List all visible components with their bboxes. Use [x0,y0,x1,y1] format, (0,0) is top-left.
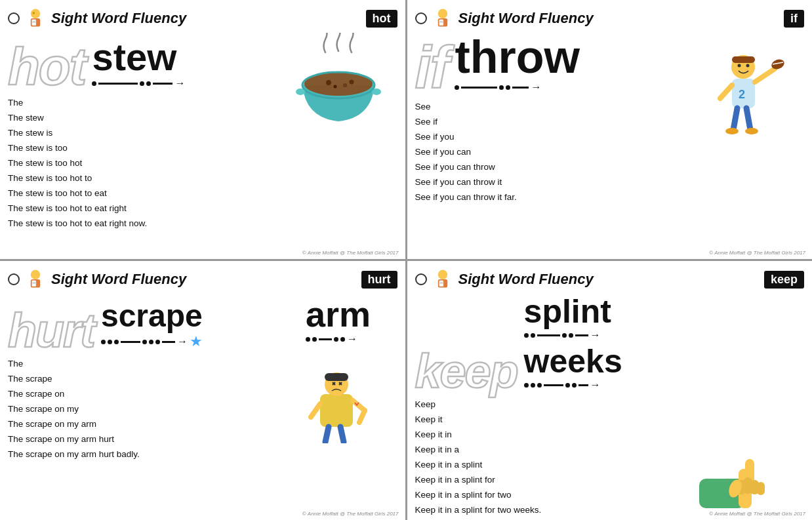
checkbox-hurt[interactable] [8,273,20,285]
card-hurt-content: hurt scrape → ★ [8,294,397,462]
student-icon-if [431,7,455,30]
checkbox-if[interactable] [415,12,427,24]
kpdot3 [562,333,567,338]
adot1 [306,337,310,342]
star-icon: ★ [190,333,203,350]
bold-word-stew: stew [92,35,176,78]
wkline1 [544,384,563,386]
pointing-hand-illustration [693,439,798,518]
card-hot-content: hot stew → The [8,33,397,231]
bold-word-scrape: scrape [101,298,203,333]
card-if-title: Sight Word Fluency [458,10,781,27]
card-if-sentences: See See if See if you See if you can See… [415,100,681,205]
wkline2 [579,384,588,386]
card-hot-words: hot stew → [8,34,274,93]
card-if-words: if throw → [415,34,681,97]
scrape-word-block: scrape → ★ [101,300,203,354]
svg-rect-41 [325,373,348,381]
svg-point-34 [31,270,40,279]
card-keep-sentences: Keep Keep it Keep it in Keep it in a Kee… [415,397,681,518]
throw-word-block: throw → [455,34,580,97]
card-hurt-words: hurt scrape → ★ [8,295,274,354]
outline-word-hurt: hurt [8,307,94,354]
arrow3: → [177,336,188,348]
adot3 [334,337,338,342]
svg-line-49 [325,427,329,442]
svg-line-31 [746,108,750,130]
line1 [98,83,138,85]
sdot5 [149,340,153,344]
wkdot5 [572,383,577,388]
arrow4: → [347,333,357,345]
card-if-left: if throw → See [415,33,681,205]
card-keep: Sight Word Fluency keep keep splint [407,261,813,520]
outline-word-if: if [415,38,449,97]
dot2 [140,81,144,86]
svg-point-15 [437,9,447,18]
sentence-keep-5: Keep it in a splint [415,458,681,473]
card-hurt-badge: hurt [361,271,397,289]
sdot6 [155,340,160,344]
sentence-hurt-6: The scrape on my arm hurt [8,432,274,447]
svg-point-10 [333,85,336,89]
bold-word-weeks: weeks [524,343,622,380]
card-hot-left: hot stew → The [8,33,274,231]
sentence-keep-3: Keep it in [415,428,681,443]
sdot4 [142,340,147,344]
checkbox-keep[interactable] [415,273,427,285]
card-keep-header: Sight Word Fluency keep [415,268,805,291]
wkdot4 [565,383,570,388]
svg-rect-39 [320,394,353,427]
arm-word-block: arm → [306,296,371,349]
sentence-if-5: See if you can throw [415,160,681,175]
stew-dots: → [92,77,185,89]
svg-line-48 [311,404,320,417]
outline-word-keep: keep [415,348,518,395]
stew-bowl-illustration [286,33,391,131]
sentence-hot-5: The stew is too hot [8,156,274,171]
card-if-content: if throw → See [415,33,805,205]
tline1 [461,87,497,89]
bold-word-splint: splint [524,293,611,330]
svg-point-11 [349,80,354,85]
card-hurt-right: arm → [279,294,397,462]
svg-rect-23 [732,56,755,63]
card-keep-left: keep splint → weeks [415,294,681,518]
arrow6: → [590,379,601,391]
sentence-hot-8: The stew is too hot to eat right [8,201,274,216]
kpdot1 [524,333,529,338]
card-hurt: Sight Word Fluency hurt hurt scrape [0,261,405,520]
card-hot-header: Sight Word Fluency hot [8,7,397,30]
sentence-if-4: See if you can [415,145,681,160]
weeks-word-block: weeks → [524,345,622,391]
bold-word-arm: arm [306,294,371,334]
card-hot-title: Sight Word Fluency [51,10,362,27]
card-hurt-header: Sight Word Fluency hurt [8,268,397,291]
svg-point-14 [372,89,381,95]
svg-text:2: 2 [739,88,745,101]
checkbox-hot[interactable] [8,12,20,24]
svg-line-26 [755,69,775,82]
student-icon-hurt [24,268,47,291]
sentence-hot-1: The [8,96,274,111]
svg-point-24 [738,64,741,68]
sentence-hurt-3: The scrape on [8,387,274,402]
card-hot: Sight Word Fluency hot hot stew [0,0,405,259]
card-if-badge: if [784,10,804,28]
aline1 [319,338,332,340]
sentence-hurt-4: The scrape on my [8,402,274,417]
sentence-hot-7: The stew is too hot to eat [8,186,274,201]
card-keep-right [686,294,804,518]
card-keep-badge: keep [764,271,804,289]
card-if-right: 2 [686,33,804,205]
sentence-keep-6: Keep it in a splint for [415,473,681,488]
student-icon-hot [24,7,47,30]
svg-point-13 [296,89,305,95]
stew-word-block: stew → [92,38,185,93]
svg-point-5 [33,12,35,14]
svg-line-47 [359,410,365,422]
svg-point-32 [725,128,739,134]
weeks-dots: → [524,379,622,391]
card-hot-footer: © Annie Moffatt @ The Moffatt Girls 2017 [302,250,399,256]
card-hot-sentences: The The stew The stew is The stew is too… [8,96,274,231]
